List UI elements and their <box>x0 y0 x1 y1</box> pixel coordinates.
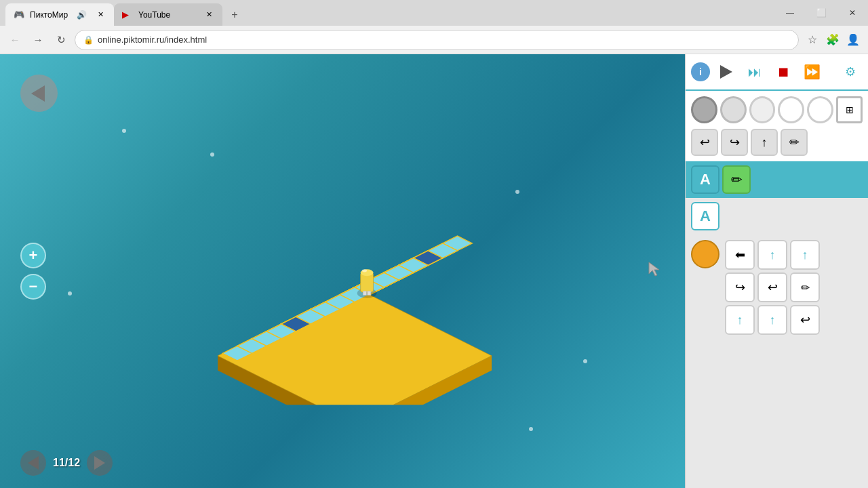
dot-decoration <box>122 129 126 133</box>
letter-a-block[interactable]: A <box>691 165 719 194</box>
play-icon <box>720 65 732 79</box>
movement-section: ⬅ ↑ ↑ ↪ ↩ ✏ ↑ ↑ ↩ <box>686 235 868 340</box>
bookmark-button[interactable]: ☆ <box>803 30 822 49</box>
page-navigation: 11/12 <box>20 450 113 476</box>
extensions-button[interactable]: 🧩 <box>823 30 842 49</box>
navigation-bar: ← → ↻ 🔒 online.piktomir.ru/index.html ☆ … <box>0 26 868 54</box>
pencil-block[interactable]: ✏ <box>722 165 751 194</box>
step-play-button[interactable]: ⏭ <box>743 60 767 84</box>
info-button[interactable]: i <box>691 62 710 81</box>
game-area: + − 11/12 <box>0 54 685 488</box>
move-up-button[interactable]: ↑ <box>790 240 820 270</box>
movement-grid: ⬅ ↑ ↑ ↪ ↩ ✏ ↑ ↑ ↩ <box>725 240 820 335</box>
move-left-button[interactable]: ⬅ <box>725 240 755 270</box>
svg-rect-92 <box>363 291 366 296</box>
youtube-favicon: ▶ <box>122 9 133 20</box>
dot-decoration <box>583 359 587 363</box>
window-controls: — ⬜ ✕ <box>774 0 868 26</box>
move-forward-button[interactable]: ↑ <box>757 240 787 270</box>
prev-arrow-icon <box>28 456 39 470</box>
prev-page-button[interactable] <box>20 450 46 476</box>
piktomir-tab-close[interactable]: ✕ <box>95 9 106 20</box>
turn-left-button[interactable]: ↩ <box>757 272 787 302</box>
tab-youtube[interactable]: ▶ YouTube ✕ <box>114 3 222 26</box>
color-selector[interactable] <box>691 240 719 268</box>
next-page-button[interactable] <box>87 450 113 476</box>
panel-toolbar: i ⏭ ⏹ ⏩ ⚙ <box>686 54 868 91</box>
profile-button[interactable]: 👤 <box>844 30 863 49</box>
play-button[interactable] <box>714 60 738 84</box>
settings-button[interactable]: ⚙ <box>838 60 863 84</box>
new-tab-button[interactable]: + <box>225 5 244 24</box>
minimize-button[interactable]: — <box>774 0 806 26</box>
address-bar[interactable]: 🔒 online.piktomir.ru/index.html <box>75 30 799 50</box>
page-indicator: 11/12 <box>53 457 80 469</box>
maximize-button[interactable]: ⬜ <box>806 0 837 26</box>
move-btn-7[interactable]: ↑ <box>725 305 755 335</box>
block-type-row: ⊞ <box>686 91 868 126</box>
draw-button[interactable]: ✏ <box>790 272 820 302</box>
svg-point-91 <box>362 269 367 272</box>
redo-button[interactable]: ↪ <box>721 129 748 156</box>
stop-button[interactable]: ⏹ <box>771 60 795 84</box>
dot-decoration <box>68 291 72 296</box>
speed-icon: ⏩ <box>804 64 821 80</box>
zoom-out-button[interactable]: − <box>20 274 46 300</box>
right-panel: i ⏭ ⏹ ⏩ ⚙ <box>685 54 868 488</box>
step-play-icon: ⏭ <box>748 64 762 80</box>
dot-decoration <box>529 427 533 431</box>
block-type-5[interactable] <box>807 96 833 123</box>
block-type-4[interactable] <box>778 96 804 123</box>
tab-piktomir[interactable]: 🎮 ПиктоМир 🔊 ✕ <box>5 3 114 26</box>
next-arrow-icon <box>94 456 105 470</box>
back-button[interactable]: ← <box>5 30 24 49</box>
undo-redo-row: ↩ ↪ ↑ ✏ <box>686 126 868 161</box>
block-grid-view[interactable]: ⊞ <box>836 96 863 123</box>
pencil-button[interactable]: ✏ <box>781 129 808 156</box>
settings-icon: ⚙ <box>845 64 856 79</box>
turn-right-button[interactable]: ↪ <box>725 272 755 302</box>
undo-button[interactable]: ↩ <box>691 129 718 156</box>
youtube-tab-label: YouTube <box>138 10 198 20</box>
svg-marker-94 <box>649 262 659 276</box>
dot-decoration <box>210 152 214 157</box>
letter-a-outline-section: A <box>686 198 868 235</box>
game-back-button[interactable] <box>20 75 58 112</box>
lock-icon: 🔒 <box>83 35 94 45</box>
nav-actions: ☆ 🧩 👤 <box>803 30 863 49</box>
letter-a-outline-block[interactable]: A <box>691 202 719 230</box>
block-type-2[interactable] <box>720 96 747 123</box>
zoom-controls: + − <box>20 243 46 300</box>
cursor-arrow-icon <box>646 259 666 283</box>
svg-rect-93 <box>368 291 371 296</box>
url-text: online.piktomir.ru/index.html <box>98 35 207 45</box>
move-btn-8[interactable]: ↑ <box>757 305 787 335</box>
piktomir-favicon: 🎮 <box>14 9 24 20</box>
piktomir-tab-label: ПиктоМир <box>30 10 71 20</box>
speed-button[interactable]: ⏩ <box>800 60 824 84</box>
letter-block-section: A ✏ <box>686 161 868 198</box>
block-type-1[interactable] <box>691 96 717 123</box>
refresh-button[interactable]: ↻ <box>52 30 71 49</box>
browser-window: 🎮 ПиктоМир 🔊 ✕ ▶ YouTube ✕ + — ⬜ ✕ ← → ↻… <box>0 0 868 488</box>
back-arrow-icon <box>31 85 45 102</box>
zoom-in-button[interactable]: + <box>20 243 46 268</box>
forward-button[interactable]: → <box>28 30 47 49</box>
stop-icon: ⏹ <box>776 64 790 80</box>
block-type-3[interactable] <box>749 96 776 123</box>
close-button[interactable]: ✕ <box>837 0 868 26</box>
youtube-tab-close[interactable]: ✕ <box>203 9 214 20</box>
game-board <box>189 160 531 407</box>
content-area: + − 11/12 i <box>0 54 868 488</box>
up-button[interactable]: ↑ <box>751 129 778 156</box>
move-btn-9[interactable]: ↩ <box>790 305 820 335</box>
tab-audio-icon: 🔊 <box>77 10 87 20</box>
